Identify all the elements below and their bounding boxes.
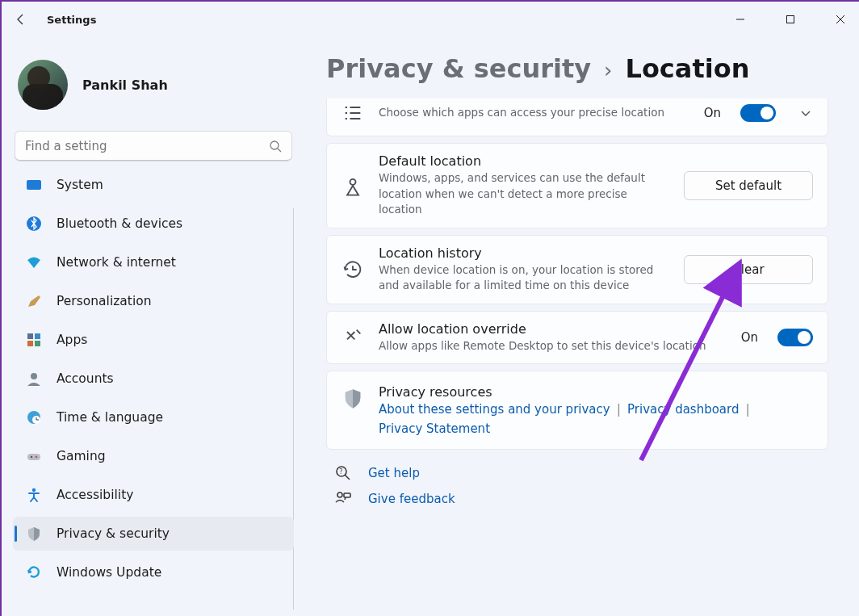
sidebar-item-time[interactable]: Time & language <box>13 400 294 434</box>
search-box[interactable] <box>15 131 292 161</box>
svg-point-14 <box>350 179 356 185</box>
main-content: Privacy & security › Location Choose whi… <box>302 37 859 616</box>
sidebar-item-label: Windows Update <box>57 565 161 580</box>
sidebar-item-label: Accounts <box>57 371 114 386</box>
chevron-right-icon: › <box>604 58 612 82</box>
list-icon <box>342 102 364 124</box>
override-toggle[interactable] <box>777 329 813 346</box>
sidebar-item-label: System <box>57 178 103 192</box>
svg-point-7 <box>31 373 37 379</box>
avatar <box>18 60 68 110</box>
sidebar-item-label: Time & language <box>57 410 163 425</box>
sidebar-item-personalization[interactable]: Personalization <box>13 284 294 318</box>
card-title: Default location <box>379 153 669 169</box>
chevron-down-icon[interactable] <box>798 106 813 120</box>
sidebar-item-bluetooth[interactable]: Bluetooth & devices <box>13 207 294 241</box>
breadcrumb: Privacy & security › Location <box>326 53 828 84</box>
svg-rect-4 <box>35 333 40 339</box>
set-default-button[interactable]: Set default <box>684 171 813 200</box>
sidebar-item-label: Gaming <box>57 449 106 463</box>
svg-text:?: ? <box>339 468 342 476</box>
svg-rect-5 <box>27 341 33 346</box>
svg-point-1 <box>270 141 279 149</box>
sidebar-item-label: Network & internet <box>57 255 176 270</box>
accessibility-icon <box>26 487 42 503</box>
search-icon <box>269 140 282 153</box>
svg-point-17 <box>337 492 342 497</box>
privacy-link-dashboard[interactable]: Privacy dashboard <box>627 402 739 417</box>
card-desc: When device location is on, your locatio… <box>379 262 669 294</box>
minimize-button[interactable] <box>722 3 759 36</box>
clear-history-button[interactable]: Clear <box>684 255 813 284</box>
breadcrumb-current: Location <box>625 53 749 84</box>
sidebar-item-update[interactable]: Windows Update <box>13 555 294 589</box>
sidebar-item-network[interactable]: Network & internet <box>13 245 294 279</box>
sidebar-item-privacy[interactable]: Privacy & security <box>13 517 294 551</box>
sidebar-item-label: Privacy & security <box>57 526 170 541</box>
history-icon <box>342 258 364 281</box>
privacy-link-statement[interactable]: Privacy Statement <box>379 421 490 436</box>
card-default-location: Default location Windows, apps, and serv… <box>326 143 828 228</box>
svg-rect-10 <box>27 454 40 460</box>
card-title: Location history <box>379 245 669 261</box>
svg-rect-6 <box>35 341 40 346</box>
card-location-override: Allow location override Allow apps like … <box>326 311 828 365</box>
get-help-link[interactable]: Get help <box>368 466 420 480</box>
svg-point-13 <box>32 488 36 492</box>
svg-rect-3 <box>27 333 33 339</box>
precise-location-toggle[interactable] <box>740 104 776 122</box>
card-desc: Allow apps like Remote Desktop to set th… <box>379 338 727 354</box>
person-icon <box>26 371 42 387</box>
give-feedback-row[interactable]: Give feedback <box>326 490 828 508</box>
clock-globe-icon <box>26 409 42 425</box>
close-button[interactable] <box>822 3 859 36</box>
sidebar-item-apps[interactable]: Apps <box>13 323 294 357</box>
card-title: Allow location override <box>379 321 727 337</box>
nav: System Bluetooth & devices Network & int… <box>13 173 294 610</box>
profile-name: Pankil Shah <box>82 78 168 93</box>
shield-icon <box>26 526 42 542</box>
back-button[interactable] <box>15 13 27 26</box>
gamepad-icon <box>26 448 42 464</box>
apps-icon <box>26 332 42 348</box>
toggle-state-label: On <box>741 330 758 345</box>
profile-block[interactable]: Pankil Shah <box>18 60 294 110</box>
maximize-button[interactable] <box>772 3 809 36</box>
feedback-icon <box>334 490 352 508</box>
sidebar-item-label: Personalization <box>57 294 152 308</box>
svg-rect-0 <box>787 16 794 23</box>
card-location-history: Location history When device location is… <box>326 235 828 304</box>
card-precise-location[interactable]: Choose which apps can access your precis… <box>326 98 828 136</box>
help-icon: ? <box>334 464 352 482</box>
privacy-link-about[interactable]: About these settings and your privacy <box>379 402 610 417</box>
sidebar-item-label: Apps <box>57 333 87 347</box>
get-help-row[interactable]: ? Get help <box>326 464 828 482</box>
window-title: Settings <box>47 14 96 26</box>
sidebar-item-accessibility[interactable]: Accessibility <box>13 478 294 512</box>
wifi-icon <box>26 254 42 270</box>
sidebar: Pankil Shah System Bluetooth & devices <box>2 37 302 616</box>
override-icon <box>342 326 364 349</box>
give-feedback-link[interactable]: Give feedback <box>368 492 455 506</box>
card-title: Privacy resources <box>379 384 813 400</box>
sidebar-item-gaming[interactable]: Gaming <box>13 439 294 473</box>
bluetooth-icon <box>26 216 42 232</box>
breadcrumb-parent[interactable]: Privacy & security <box>326 53 591 84</box>
sidebar-item-label: Bluetooth & devices <box>57 216 182 231</box>
svg-rect-18 <box>344 493 350 497</box>
svg-point-12 <box>36 456 38 459</box>
sidebar-item-accounts[interactable]: Accounts <box>13 362 294 396</box>
search-input[interactable] <box>25 139 269 153</box>
system-icon <box>26 177 42 193</box>
pin-person-icon <box>342 174 364 197</box>
sidebar-item-label: Accessibility <box>57 488 133 502</box>
brush-icon <box>26 293 42 309</box>
toggle-state-label: On <box>704 106 721 120</box>
card-privacy-resources: Privacy resources About these settings a… <box>326 371 828 450</box>
card-desc: Windows, apps, and services can use the … <box>379 170 669 218</box>
titlebar: Settings <box>2 2 859 37</box>
svg-point-11 <box>31 456 33 459</box>
sidebar-item-system[interactable]: System <box>13 173 294 202</box>
shield-icon <box>342 388 364 410</box>
card-desc: Choose which apps can access your precis… <box>379 105 689 121</box>
